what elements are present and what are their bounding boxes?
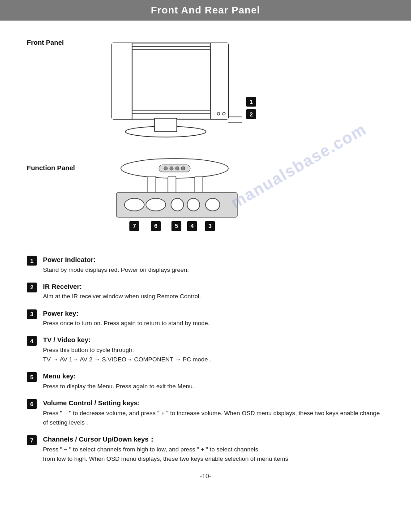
svg-point-15 [164,167,167,170]
desc-badge-1: 1 [27,256,37,266]
svg-point-23 [124,198,144,211]
svg-point-26 [187,198,200,211]
svg-text:6: 6 [154,223,157,229]
tv-badge-group: 1 2 [246,97,256,119]
svg-point-16 [170,167,173,170]
function-diagram: 7 6 5 4 3 [90,155,260,237]
badge-1: 1 [246,97,256,107]
svg-rect-3 [112,43,132,119]
page-number: -10- [27,472,384,480]
desc-badge-3: 3 [27,309,37,319]
desc-badge-7: 7 [27,435,37,445]
svg-text:4: 4 [190,223,194,229]
desc-item-6: 6 Volume Control / Setting keys: Press "… [27,398,384,427]
desc-title-6: Volume Control / Setting keys: [43,399,140,407]
svg-rect-5 [210,43,228,119]
desc-item-1: 1 Power Indicator: Stand by mode display… [27,255,384,275]
desc-title-2: IR Receiver: [43,283,82,290]
front-panel-label: Front Panel [27,39,85,46]
desc-item-3: 3 Power key: Press once to turn on. Pres… [27,309,384,328]
desc-text-2: IR Receiver: Aim at the IR receiver wind… [43,282,201,301]
desc-item-7: 7 Channels / Cursor Up/Down keys： Press … [27,434,384,463]
desc-body-6: Press " − " to decrease volume, and pres… [43,410,380,426]
svg-point-24 [146,198,166,211]
desc-body-3: Press once to turn on. Press again to re… [43,320,210,326]
desc-body-4: Press this button to cycle through:TV → … [43,347,211,363]
function-panel-section: Function Panel [27,155,384,237]
desc-title-1: Power Indicator: [43,256,96,263]
desc-text-5: Menu key: Press to display the Menu. Pre… [43,371,194,391]
desc-body-1: Stand by mode displays red. Power on dis… [43,266,189,273]
desc-title-4: TV / Video key: [43,336,90,343]
desc-body-2: Aim at the IR receiver window when using… [43,293,201,300]
svg-rect-21 [195,176,203,193]
tv-illustration [90,34,242,142]
desc-item-5: 5 Menu key: Press to display the Menu. P… [27,371,384,391]
svg-rect-8 [154,118,177,132]
descriptions-section: 1 Power Indicator: Stand by mode display… [27,255,384,463]
svg-rect-20 [168,176,176,193]
main-content: Front Panel [0,21,411,493]
svg-text:5: 5 [175,223,178,229]
svg-text:7: 7 [133,223,136,229]
desc-title-3: Power key: [43,309,78,317]
svg-rect-19 [148,176,156,193]
desc-title-5: Menu key: [43,372,76,380]
desc-title-7: Channels / Cursor Up/Down keys： [43,435,155,443]
desc-body-7: Press " − " to select channels from high… [43,446,288,462]
desc-item-4: 4 TV / Video key: Press this button to c… [27,335,384,364]
desc-text-4: TV / Video key: Press this button to cyc… [43,335,211,364]
svg-point-25 [171,198,184,211]
svg-point-17 [176,167,179,170]
function-panel-label: Function Panel [27,155,85,172]
page-header: Front And Rear Panel [0,0,411,21]
desc-text-6: Volume Control / Setting keys: Press " −… [43,398,384,427]
svg-text:3: 3 [208,223,211,229]
desc-item-2: 2 IR Receiver: Aim at the IR receiver wi… [27,282,384,301]
desc-badge-5: 5 [27,372,37,382]
desc-badge-6: 6 [27,399,37,409]
desc-text-7: Channels / Cursor Up/Down keys： Press " … [43,434,288,463]
svg-rect-2 [132,50,210,110]
desc-badge-2: 2 [27,283,37,292]
badge-2: 2 [246,109,256,119]
desc-body-5: Press to display the Menu. Press again t… [43,383,194,390]
page-title: Front And Rear Panel [0,4,411,16]
svg-point-27 [206,198,220,211]
desc-text-3: Power key: Press once to turn on. Press … [43,309,210,328]
svg-point-18 [181,167,185,170]
front-panel-section: Front Panel [27,34,384,142]
tv-diagram [90,34,242,142]
desc-badge-4: 4 [27,336,37,346]
desc-text-1: Power Indicator: Stand by mode displays … [43,255,189,275]
function-panel-illustration: 7 6 5 4 3 [90,155,260,236]
